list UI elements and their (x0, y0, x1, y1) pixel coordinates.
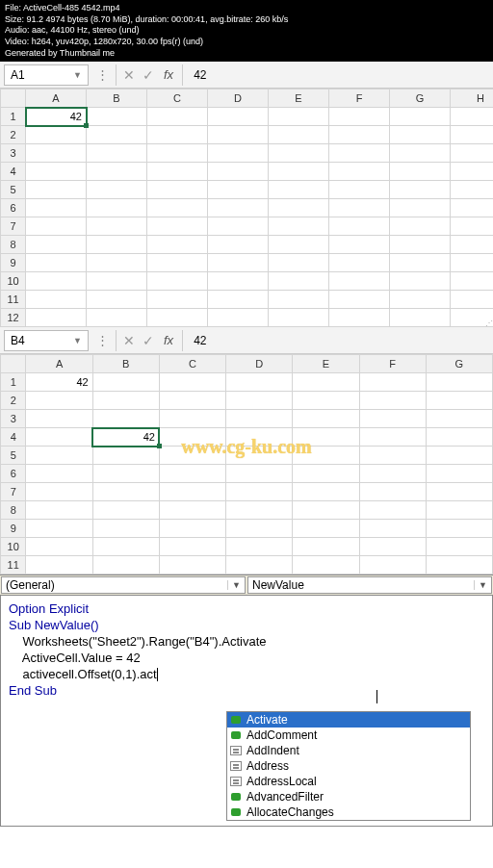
cell[interactable] (426, 483, 492, 501)
cell[interactable] (451, 254, 494, 272)
cell[interactable] (269, 254, 329, 272)
autocomplete-popup[interactable]: Activate AddComment AddIndent Address Ad… (226, 711, 471, 821)
autocomplete-item[interactable]: Activate (227, 712, 470, 728)
cell[interactable] (208, 126, 269, 144)
row-header[interactable]: 11 (1, 291, 26, 309)
col-header[interactable]: D (226, 355, 293, 373)
cell[interactable] (329, 163, 390, 181)
cell[interactable] (226, 373, 293, 392)
expand-dots-icon[interactable]: ⋮ (92, 333, 113, 347)
cell[interactable] (293, 501, 359, 520)
cell[interactable] (159, 501, 225, 520)
cell[interactable] (159, 483, 225, 501)
row-header[interactable]: 10 (1, 538, 26, 556)
cell[interactable] (159, 392, 225, 410)
cell[interactable] (92, 447, 159, 465)
row-header[interactable]: 5 (1, 181, 26, 199)
name-box[interactable]: B4 ▼ (4, 330, 89, 351)
cell[interactable] (147, 108, 208, 126)
cell[interactable] (208, 163, 269, 181)
cell[interactable] (92, 538, 159, 556)
cell[interactable] (87, 108, 147, 126)
cell[interactable] (147, 272, 208, 291)
cell[interactable] (390, 163, 451, 181)
col-header[interactable]: D (208, 89, 269, 108)
cell[interactable] (269, 291, 329, 309)
cell[interactable] (87, 236, 147, 254)
cell[interactable] (147, 291, 208, 309)
cell[interactable] (426, 501, 492, 520)
cell[interactable] (159, 447, 225, 465)
cell[interactable] (451, 199, 494, 217)
cell[interactable] (226, 538, 293, 556)
cell[interactable] (26, 291, 87, 309)
cell[interactable] (451, 291, 494, 309)
cell[interactable] (269, 181, 329, 199)
col-header[interactable]: E (293, 355, 359, 373)
cell[interactable] (269, 272, 329, 291)
cell[interactable] (208, 254, 269, 272)
cell[interactable] (26, 556, 92, 574)
cell[interactable] (26, 163, 87, 181)
cell[interactable] (26, 501, 92, 520)
cell[interactable] (293, 410, 359, 428)
cell[interactable] (159, 556, 225, 574)
cell[interactable] (87, 163, 147, 181)
cancel-icon[interactable]: ✕ (119, 64, 139, 86)
cell[interactable] (359, 465, 426, 483)
cell[interactable] (269, 144, 329, 163)
cell[interactable] (226, 428, 293, 447)
cell[interactable] (226, 392, 293, 410)
cell[interactable] (226, 556, 293, 574)
cell[interactable] (87, 199, 147, 217)
cell[interactable] (147, 217, 208, 236)
expand-dots-icon[interactable]: ⋮ (92, 67, 113, 82)
autocomplete-item[interactable]: AddComment (227, 728, 470, 743)
col-header[interactable]: E (269, 89, 329, 108)
col-header[interactable]: G (390, 89, 451, 108)
enter-icon[interactable]: ✓ (139, 330, 158, 351)
cell[interactable] (293, 428, 359, 447)
cell[interactable] (26, 483, 92, 501)
cell[interactable] (359, 410, 426, 428)
row-header[interactable]: 3 (1, 410, 26, 428)
cell[interactable] (329, 181, 390, 199)
row-header[interactable]: 4 (1, 163, 26, 181)
cell[interactable] (26, 309, 87, 327)
cell[interactable] (147, 236, 208, 254)
cell-b4[interactable]: 42 (92, 428, 159, 447)
vba-procedure-dropdown[interactable]: NewValue ▼ (247, 576, 492, 594)
cell[interactable] (26, 520, 92, 538)
cell[interactable] (26, 465, 92, 483)
cell[interactable] (329, 217, 390, 236)
autocomplete-item[interactable]: AdvancedFilter (227, 789, 470, 804)
col-header[interactable]: A (26, 89, 87, 108)
cell[interactable] (451, 236, 494, 254)
cell[interactable] (269, 163, 329, 181)
row-header[interactable]: 2 (1, 126, 26, 144)
cell[interactable] (426, 520, 492, 538)
cell[interactable] (87, 254, 147, 272)
col-header[interactable]: B (87, 89, 147, 108)
cell[interactable] (226, 501, 293, 520)
cell[interactable] (359, 392, 426, 410)
cell[interactable] (147, 254, 208, 272)
row-header[interactable]: 4 (1, 428, 26, 447)
cell[interactable] (451, 126, 494, 144)
cell[interactable] (226, 410, 293, 428)
cell[interactable] (269, 108, 329, 126)
cell[interactable] (208, 309, 269, 327)
cell[interactable] (208, 236, 269, 254)
row-header[interactable]: 7 (1, 217, 26, 236)
cell[interactable] (226, 483, 293, 501)
cell[interactable] (147, 181, 208, 199)
cell[interactable] (92, 483, 159, 501)
autocomplete-item[interactable]: AddIndent (227, 743, 470, 758)
cell[interactable] (26, 254, 87, 272)
row-header[interactable]: 8 (1, 501, 26, 520)
cell[interactable] (426, 410, 492, 428)
cell[interactable] (208, 144, 269, 163)
cell[interactable] (359, 520, 426, 538)
cell[interactable] (426, 392, 492, 410)
cell[interactable] (390, 272, 451, 291)
